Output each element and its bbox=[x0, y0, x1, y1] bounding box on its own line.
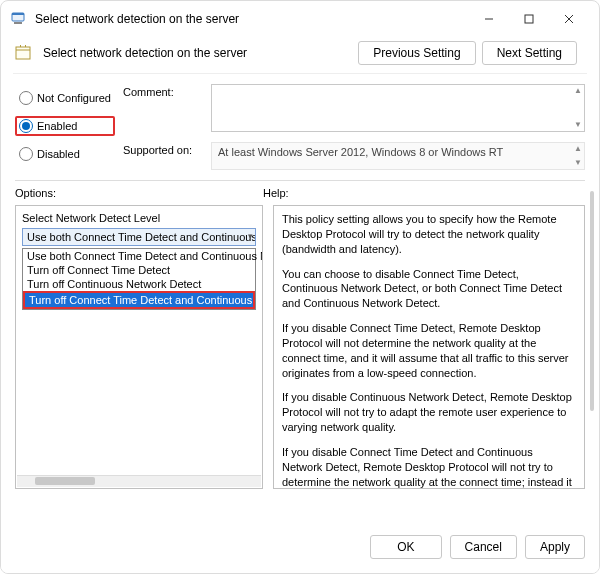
dropdown-item[interactable]: Turn off Continuous Network Detect bbox=[23, 277, 255, 291]
comment-scroll[interactable]: ▲ ▼ bbox=[572, 85, 584, 131]
minimize-button[interactable] bbox=[469, 4, 509, 34]
dialog-footer: OK Cancel Apply bbox=[1, 525, 599, 573]
radio-icon bbox=[19, 147, 33, 161]
scrollbar-thumb[interactable] bbox=[590, 191, 594, 411]
next-setting-button[interactable]: Next Setting bbox=[482, 41, 577, 65]
radio-icon bbox=[19, 119, 33, 133]
help-panel: This policy setting allows you to specif… bbox=[273, 205, 585, 489]
svg-rect-1 bbox=[12, 13, 24, 15]
combobox-selected-value: Use both Connect Time Detect and Continu… bbox=[22, 228, 256, 246]
options-header: Options: bbox=[15, 187, 263, 199]
close-button[interactable] bbox=[549, 4, 589, 34]
radio-disabled[interactable]: Disabled bbox=[15, 144, 115, 164]
window-title: Select network detection on the server bbox=[35, 12, 239, 26]
options-horizontal-scrollbar[interactable] bbox=[17, 475, 261, 487]
comment-textarea[interactable]: ▲ ▼ bbox=[211, 84, 585, 132]
radio-not-configured[interactable]: Not Configured bbox=[15, 88, 115, 108]
state-radio-group: Not Configured Enabled Disabled bbox=[15, 84, 115, 170]
chevron-down-icon: ▾ bbox=[248, 231, 253, 241]
window-controls bbox=[469, 4, 589, 34]
help-header: Help: bbox=[263, 187, 585, 199]
dropdown-item-selected[interactable]: Turn off Connect Time Detect and Continu… bbox=[23, 291, 255, 309]
network-detect-dropdown: Use both Connect Time Detect and Continu… bbox=[22, 248, 256, 310]
arrow-up-icon: ▲ bbox=[572, 143, 584, 155]
cancel-button[interactable]: Cancel bbox=[450, 535, 517, 559]
scrollbar-thumb[interactable] bbox=[35, 477, 95, 485]
subheader-title: Select network detection on the server bbox=[43, 46, 348, 60]
options-panel: Select Network Detect Level Use both Con… bbox=[15, 205, 263, 489]
help-paragraph: This policy setting allows you to specif… bbox=[282, 212, 576, 257]
policy-icon bbox=[11, 11, 27, 27]
panels: Select Network Detect Level Use both Con… bbox=[1, 199, 599, 489]
previous-setting-button[interactable]: Previous Setting bbox=[358, 41, 475, 65]
meta-col: Comment: ▲ ▼ Supported on: At least Wind… bbox=[123, 84, 585, 170]
apply-button[interactable]: Apply bbox=[525, 535, 585, 559]
help-paragraph: If you disable Continuous Network Detect… bbox=[282, 390, 576, 435]
comment-label: Comment: bbox=[123, 84, 203, 98]
ok-button[interactable]: OK bbox=[370, 535, 441, 559]
gpo-icon bbox=[15, 44, 33, 62]
radio-label: Enabled bbox=[37, 120, 77, 132]
dropdown-item[interactable]: Turn off Connect Time Detect bbox=[23, 263, 255, 277]
config-row: Not Configured Enabled Disabled Comment:… bbox=[1, 80, 599, 170]
subheader: Select network detection on the server P… bbox=[1, 37, 599, 73]
section-labels: Options: Help: bbox=[1, 187, 599, 199]
supported-scroll[interactable]: ▲ ▼ bbox=[572, 143, 584, 169]
arrow-up-icon: ▲ bbox=[572, 85, 584, 97]
radio-icon bbox=[19, 91, 33, 105]
supported-on-value: At least Windows Server 2012, Windows 8 … bbox=[218, 146, 503, 158]
page-scrollbar[interactable] bbox=[589, 61, 595, 481]
maximize-button[interactable] bbox=[509, 4, 549, 34]
divider bbox=[13, 73, 587, 74]
svg-rect-4 bbox=[525, 15, 533, 23]
svg-rect-2 bbox=[14, 22, 22, 24]
radio-label: Not Configured bbox=[37, 92, 111, 104]
supported-on-label: Supported on: bbox=[123, 142, 203, 156]
arrow-down-icon: ▼ bbox=[572, 157, 584, 169]
titlebar: Select network detection on the server bbox=[1, 1, 599, 37]
help-paragraph: If you disable Connect Time Detect, Remo… bbox=[282, 321, 576, 380]
separator bbox=[15, 180, 585, 181]
help-paragraph: If you disable Connect Time Detect and C… bbox=[282, 445, 576, 489]
arrow-down-icon: ▼ bbox=[572, 119, 584, 131]
dropdown-item[interactable]: Use both Connect Time Detect and Continu… bbox=[23, 249, 255, 263]
help-paragraph: You can choose to disable Connect Time D… bbox=[282, 267, 576, 312]
network-detect-combobox[interactable]: Use both Connect Time Detect and Continu… bbox=[22, 228, 256, 246]
radio-label: Disabled bbox=[37, 148, 80, 160]
supported-on-text: At least Windows Server 2012, Windows 8 … bbox=[211, 142, 585, 170]
dialog-window: Select network detection on the server S… bbox=[0, 0, 600, 574]
radio-enabled[interactable]: Enabled bbox=[15, 116, 115, 136]
svg-rect-7 bbox=[16, 47, 30, 59]
options-dropdown-label: Select Network Detect Level bbox=[16, 206, 262, 226]
